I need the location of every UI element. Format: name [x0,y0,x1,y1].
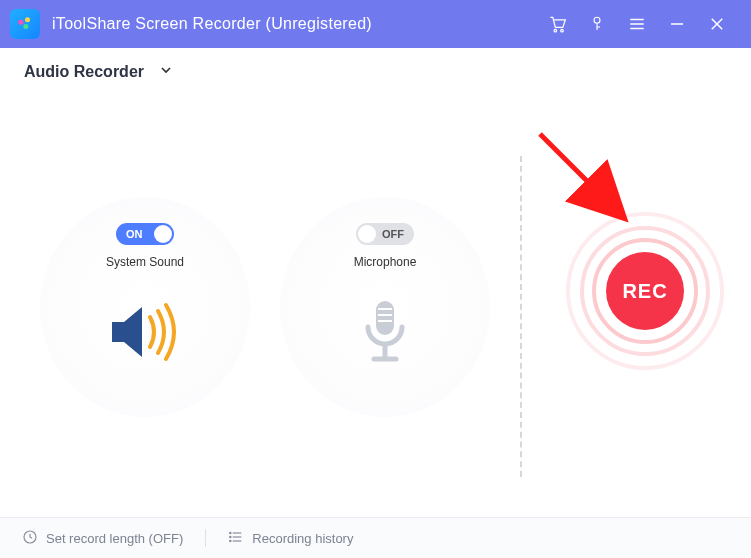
rec-button-area: REC [560,206,730,376]
rec-button[interactable]: REC [606,252,684,330]
titlebar: iToolShare Screen Recorder (Unregistered… [0,0,751,48]
svg-point-25 [230,540,231,541]
menu-button[interactable] [617,0,657,48]
svg-point-24 [230,536,231,537]
svg-point-2 [23,24,28,29]
set-record-length-button[interactable]: Set record length (OFF) [22,529,183,548]
source-panels: ON System Sound OFF Microphone [0,197,490,417]
record-length-label: Set record length (OFF) [46,531,183,546]
minimize-icon [668,15,686,33]
svg-point-4 [561,29,564,31]
hamburger-icon [628,15,646,33]
footer-divider [205,529,206,547]
minimize-button[interactable] [657,0,697,48]
microphone-label: Microphone [354,255,417,269]
svg-line-18 [540,134,618,212]
subheader: Audio Recorder [0,48,751,96]
system-sound-toggle[interactable]: ON [116,223,174,245]
chevron-down-icon [158,62,174,82]
microphone-panel: OFF Microphone [280,197,490,417]
close-button[interactable] [697,0,737,48]
svg-point-3 [554,29,557,31]
app-title: iToolShare Screen Recorder (Unregistered… [52,15,372,33]
footer: Set record length (OFF) Recording histor… [0,517,751,558]
svg-point-0 [18,20,23,25]
recording-history-label: Recording history [252,531,353,546]
svg-point-23 [230,532,231,533]
app-logo-icon [15,14,35,34]
svg-rect-12 [376,301,394,335]
microphone-icon [356,297,414,373]
recording-history-button[interactable]: Recording history [228,529,353,548]
mode-dropdown[interactable]: Audio Recorder [24,62,174,82]
system-sound-panel: ON System Sound [40,197,250,417]
system-sound-label: System Sound [106,255,184,269]
clock-icon [22,529,38,548]
app-logo [10,9,40,39]
app-window: iToolShare Screen Recorder (Unregistered… [0,0,751,558]
toggle-off-text: OFF [382,228,404,240]
list-icon [228,529,244,548]
speaker-icon [106,297,184,371]
vertical-divider [520,156,522,477]
content-area: ON System Sound OFF Microphone [0,96,751,517]
register-button[interactable] [577,0,617,48]
toggle-on-text: ON [126,228,143,240]
mode-label: Audio Recorder [24,63,144,81]
cart-icon [547,14,567,34]
svg-point-5 [594,17,600,23]
rec-label: REC [622,280,667,303]
svg-point-1 [25,17,30,22]
cart-button[interactable] [537,0,577,48]
close-icon [708,15,726,33]
microphone-toggle[interactable]: OFF [356,223,414,245]
key-icon [588,14,606,34]
